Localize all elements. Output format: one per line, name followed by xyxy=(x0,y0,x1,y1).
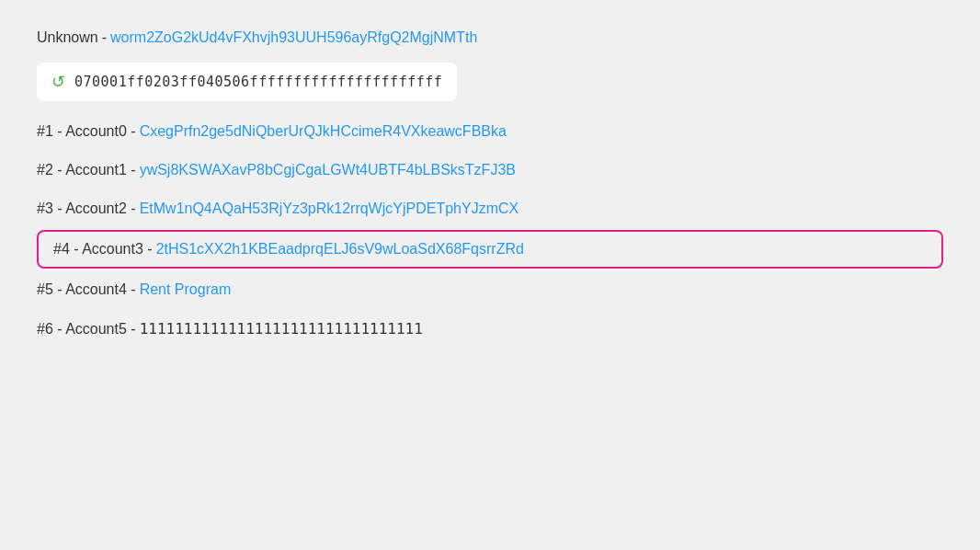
unknown-label: Unknown xyxy=(37,29,98,46)
account-row: #1 - Account0 - CxegPrfn2ge5dNiQberUrQJk… xyxy=(37,112,943,151)
header-link[interactable]: worm2ZoG2kUd4vFXhvjh93UUH596ayRfgQ2MgjNM… xyxy=(110,29,477,46)
refresh-icon[interactable]: ↻ xyxy=(51,72,65,92)
account-link[interactable]: CxegPrfn2ge5dNiQberUrQJkHCcimeR4VXkeawcF… xyxy=(140,123,507,140)
account-link[interactable]: Rent Program xyxy=(140,281,232,298)
account-row: #3 - Account2 - EtMw1nQ4AQaH53RjYz3pRk12… xyxy=(37,189,943,228)
header-separator: - xyxy=(102,29,107,46)
account-row-highlighted: #4 - Account3 - 2tHS1cXX2h1KBEaadprqELJ6… xyxy=(37,230,943,269)
main-container: Unknown - worm2ZoG2kUd4vFXhvjh93UUH596ay… xyxy=(0,0,980,367)
account-row: #2 - Account1 - ywSj8KSWAXavP8bCgjCgaLGW… xyxy=(37,151,943,189)
hash-value: 070001ff0203ff040506ffffffffffffffffffff… xyxy=(74,74,442,90)
account-index: #6 - Account5 - xyxy=(37,321,136,338)
account-plain-text: 11111111111111111111111111111111 xyxy=(140,320,423,338)
account-index: #5 - Account4 - xyxy=(37,281,136,298)
hash-row: ↻ 070001ff0203ff040506ffffffffffffffffff… xyxy=(37,63,457,101)
account-index: #1 - Account0 - xyxy=(37,123,136,140)
account-link[interactable]: 2tHS1cXX2h1KBEaadprqELJ6sV9wLoaSdX68Fqsr… xyxy=(156,241,524,258)
account-row: #6 - Account5 - 111111111111111111111111… xyxy=(37,309,943,349)
accounts-list: #1 - Account0 - CxegPrfn2ge5dNiQberUrQJk… xyxy=(37,112,943,349)
account-index: #2 - Account1 - xyxy=(37,162,136,178)
header-row: Unknown - worm2ZoG2kUd4vFXhvjh93UUH596ay… xyxy=(37,18,943,57)
account-link[interactable]: ywSj8KSWAXavP8bCgjCgaLGWt4UBTF4bLBSksTzF… xyxy=(140,162,516,178)
account-index: #3 - Account2 - xyxy=(37,201,136,217)
account-index: #4 - Account3 - xyxy=(53,241,153,258)
account-row: #5 - Account4 - Rent Program xyxy=(37,270,943,309)
account-link[interactable]: EtMw1nQ4AQaH53RjYz3pRk12rrqWjcYjPDETphYJ… xyxy=(140,201,519,217)
